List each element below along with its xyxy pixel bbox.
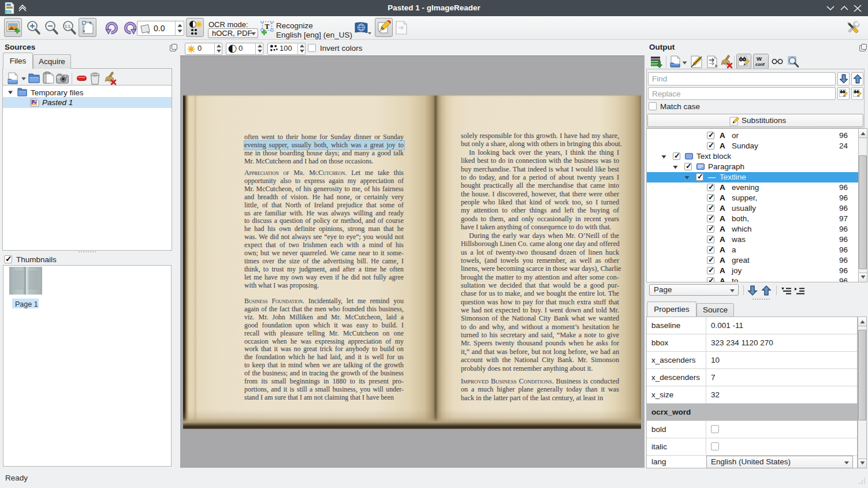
svg-text:conf: conf [755, 62, 765, 67]
svg-text:1:1: 1:1 [65, 24, 70, 28]
svg-text:W: W [757, 55, 762, 62]
svg-text:T: T [265, 23, 270, 31]
